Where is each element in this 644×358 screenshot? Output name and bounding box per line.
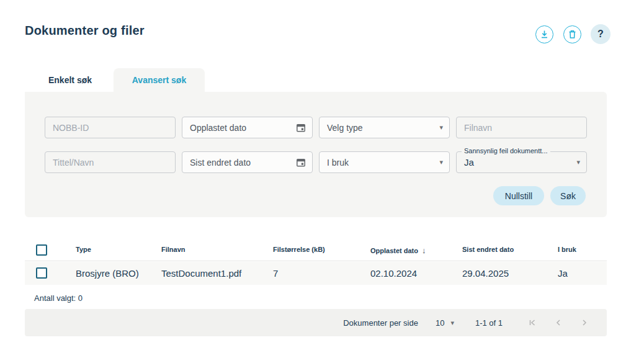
page-range-label: 1-1 of 1 [475,318,503,328]
chevron-down-icon: ▾ [439,159,443,166]
trash-icon [568,30,577,39]
cell-type: Brosjyre (BRO) [76,262,139,285]
tab-label: Enkelt søk [48,75,92,85]
sist-endret-dato-label: Sist endret dato [190,158,296,168]
download-icon [540,30,549,39]
delete-button[interactable] [563,25,581,43]
first-page-button[interactable] [527,318,537,328]
calendar-icon[interactable] [296,158,306,168]
next-page-button[interactable] [579,318,589,328]
column-header-label: Opplastet dato [370,247,418,254]
selected-count-label: Antall valgt: 0 [34,293,83,303]
row-checkbox[interactable] [36,267,47,279]
filnavn-input[interactable] [464,123,580,133]
documents-page: Dokumenter og filer ? Enkelt søk Avanser… [0,0,644,358]
opplastet-dato-field[interactable]: Opplastet dato [182,117,313,138]
chevron-down-icon: ▾ [439,124,443,131]
search-button[interactable]: Søk [550,186,586,205]
column-header-filnavn[interactable]: Filnavn [161,246,186,253]
nobb-id-input[interactable] [53,123,169,133]
chevron-down-icon: ▾ [450,320,454,326]
reset-button[interactable]: Nullstill [493,186,544,205]
column-header-type[interactable]: Type [76,246,91,253]
per-page-label: Dokumenter per side [343,318,418,328]
column-header-opplastet-dato[interactable]: Opplastet dato↓ [370,246,426,255]
sannsynlig-feil-value: Ja [464,157,576,168]
filnavn-field[interactable] [456,117,587,138]
page-title: Dokumenter og filer [25,24,145,38]
tab-enkelt-sok[interactable]: Enkelt søk [36,68,104,92]
cell-filnavn: TestDocument1.pdf [161,262,241,285]
tab-avansert-sok[interactable]: Avansert søk [114,68,205,92]
cell-filstorrelse: 7 [273,262,278,285]
tittel-navn-field[interactable] [45,151,176,173]
help-button[interactable]: ? [591,24,610,44]
per-page-value: 10 [436,318,444,328]
column-header-i-bruk[interactable]: I bruk [558,246,576,253]
column-header-filstorrelse[interactable]: Filstørrelse (kB) [273,246,325,253]
previous-page-button[interactable] [553,318,563,328]
chevron-right-icon [579,318,589,328]
sist-endret-dato-field[interactable]: Sist endret dato [182,151,313,173]
cell-i-bruk: Ja [558,262,568,285]
opplastet-dato-label: Opplastet dato [190,123,296,133]
table-header-divider [25,261,607,261]
tab-label: Avansert søk [132,75,186,85]
chevron-left-icon [553,318,563,328]
calendar-icon[interactable] [296,123,306,133]
pagination-bar: Dokumenter per side 10 ▾ 1-1 of 1 [25,309,607,336]
sannsynlig-feil-label: Sannsynlig feil dokumentt... [462,147,550,154]
chevron-down-icon: ▾ [576,159,580,166]
i-bruk-select[interactable]: I bruk ▾ [319,151,450,173]
column-header-sist-endret-dato[interactable]: Sist endret dato [462,246,514,253]
velg-type-select[interactable]: Velg type ▾ [319,117,450,138]
help-icon: ? [597,29,604,40]
cell-sist-endret-dato: 29.04.2025 [462,262,509,285]
tittel-navn-input[interactable] [53,158,169,168]
velg-type-label: Velg type [327,123,439,133]
sannsynlig-feil-select[interactable]: Sannsynlig feil dokumentt... Ja ▾ [456,151,587,173]
nobb-id-field[interactable] [45,117,176,138]
select-all-checkbox[interactable] [36,244,47,256]
download-button[interactable] [535,25,553,43]
first-page-icon [527,318,537,328]
per-page-select[interactable]: 10 ▾ [436,318,454,328]
cell-opplastet-dato: 02.10.2024 [370,262,417,285]
sort-descending-icon[interactable]: ↓ [422,246,426,255]
i-bruk-label: I bruk [327,158,439,168]
